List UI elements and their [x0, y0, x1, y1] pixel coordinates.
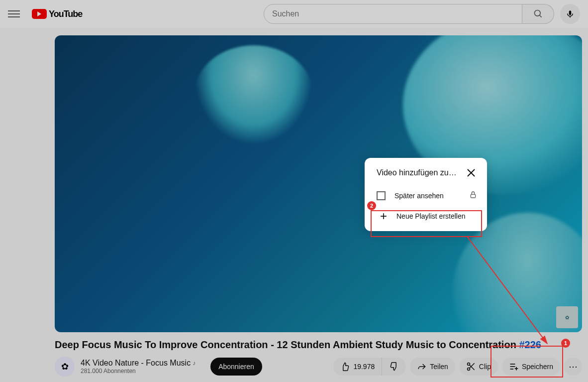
channel-watermark[interactable]: ✿: [556, 306, 578, 328]
channel-name[interactable]: 4K Video Nature - Focus Music ♪: [81, 359, 196, 368]
title-text: Deep Focus Music To Improve Concentratio…: [55, 339, 519, 350]
playlist-label: Später ansehen: [394, 192, 444, 200]
microphone-icon: [566, 9, 575, 18]
search-input[interactable]: [264, 4, 522, 24]
like-button[interactable]: 19.978: [333, 358, 382, 376]
youtube-play-icon: [32, 9, 47, 19]
svg-rect-13: [471, 194, 475, 198]
share-button[interactable]: Teilen: [410, 358, 455, 376]
lock-icon: [469, 191, 477, 200]
like-dislike-chip: 19.978: [333, 358, 406, 376]
checkbox[interactable]: [377, 191, 386, 200]
like-count: 19.978: [353, 363, 375, 371]
dislike-button[interactable]: [382, 358, 406, 376]
content-area: ✿ Deep Focus Music To Improve Concentrat…: [0, 28, 588, 382]
plus-icon: +: [379, 211, 389, 221]
create-playlist-label: Neue Playlist erstellen: [396, 212, 466, 220]
share-icon: [417, 362, 427, 372]
voice-search-button[interactable]: [560, 4, 580, 24]
video-meta-row: ✿ 4K Video Nature - Focus Music ♪ 281.00…: [55, 357, 582, 377]
music-note-icon: ♪: [193, 360, 196, 367]
video-player[interactable]: ✿: [55, 35, 582, 332]
app-header: YouTube: [0, 0, 588, 28]
subscriber-count: 281.000 Abonnenten: [81, 368, 196, 375]
action-bar: 19.978 Teilen Clip Speichern ⋯: [333, 358, 582, 376]
title-hashtag[interactable]: #226: [519, 339, 541, 350]
svg-point-0: [534, 10, 540, 16]
playlist-add-icon: [509, 362, 519, 372]
search-icon: [533, 9, 543, 19]
channel-avatar[interactable]: ✿: [55, 357, 75, 377]
brand-text: YouTube: [49, 9, 82, 19]
subscribe-button[interactable]: Abonnieren: [210, 358, 262, 376]
save-to-playlist-dialog: Video hinzufügen zu… Später ansehen + Ne…: [365, 158, 487, 231]
close-button[interactable]: [465, 167, 477, 179]
search-button[interactable]: [522, 4, 554, 24]
menu-icon[interactable]: [8, 8, 20, 20]
save-button[interactable]: Speichern: [502, 358, 560, 376]
thumbs-down-icon: [389, 362, 399, 372]
more-actions-button[interactable]: ⋯: [564, 358, 582, 376]
dialog-title: Video hinzufügen zu…: [377, 168, 457, 177]
scissors-icon: [466, 362, 476, 372]
thumbs-up-icon: [340, 362, 350, 372]
svg-rect-2: [569, 10, 572, 15]
youtube-logo[interactable]: YouTube: [32, 9, 82, 19]
playlist-item-watch-later[interactable]: Später ansehen: [365, 186, 487, 205]
search-box: [264, 4, 554, 24]
ellipsis-icon: ⋯: [569, 361, 578, 372]
clip-button[interactable]: Clip: [459, 358, 498, 376]
create-playlist-button[interactable]: + Neue Playlist erstellen: [368, 205, 484, 227]
svg-line-1: [539, 15, 541, 17]
channel-info: 4K Video Nature - Focus Music ♪ 281.000 …: [81, 359, 196, 375]
dialog-header: Video hinzufügen zu…: [365, 158, 487, 186]
video-title: Deep Focus Music To Improve Concentratio…: [55, 339, 576, 351]
